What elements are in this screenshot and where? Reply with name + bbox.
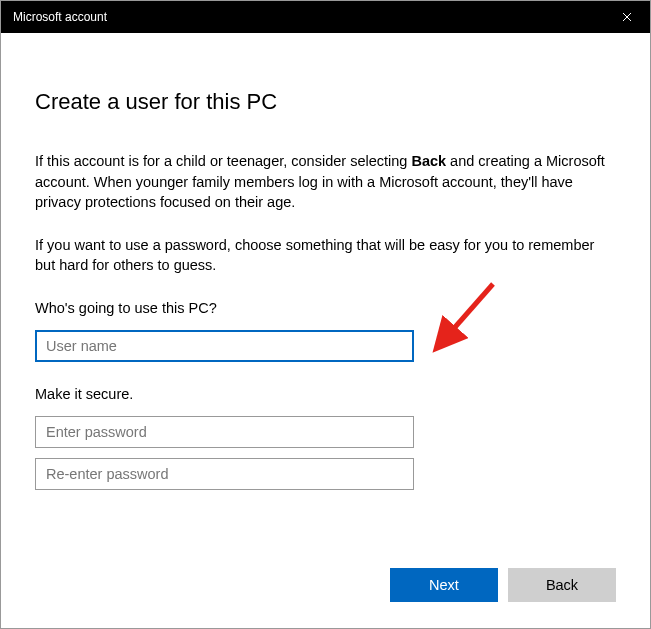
next-button[interactable]: Next xyxy=(390,568,498,602)
dialog-content: Create a user for this PC If this accoun… xyxy=(1,33,650,490)
page-title: Create a user for this PC xyxy=(35,89,616,115)
button-bar: Next Back xyxy=(390,568,616,602)
text: If this account is for a child or teenag… xyxy=(35,153,411,169)
username-label: Who's going to use this PC? xyxy=(35,300,616,316)
bold-text: Back xyxy=(411,153,446,169)
password-input[interactable] xyxy=(35,416,414,448)
close-icon xyxy=(622,12,632,22)
intro-paragraph-1: If this account is for a child or teenag… xyxy=(35,151,615,213)
username-input[interactable] xyxy=(35,330,414,362)
reenter-password-input[interactable] xyxy=(35,458,414,490)
window-title: Microsoft account xyxy=(13,10,107,24)
close-button[interactable] xyxy=(604,1,650,33)
intro-paragraph-2: If you want to use a password, choose so… xyxy=(35,235,615,276)
password-section-label: Make it secure. xyxy=(35,386,616,402)
back-button[interactable]: Back xyxy=(508,568,616,602)
titlebar: Microsoft account xyxy=(1,1,650,33)
